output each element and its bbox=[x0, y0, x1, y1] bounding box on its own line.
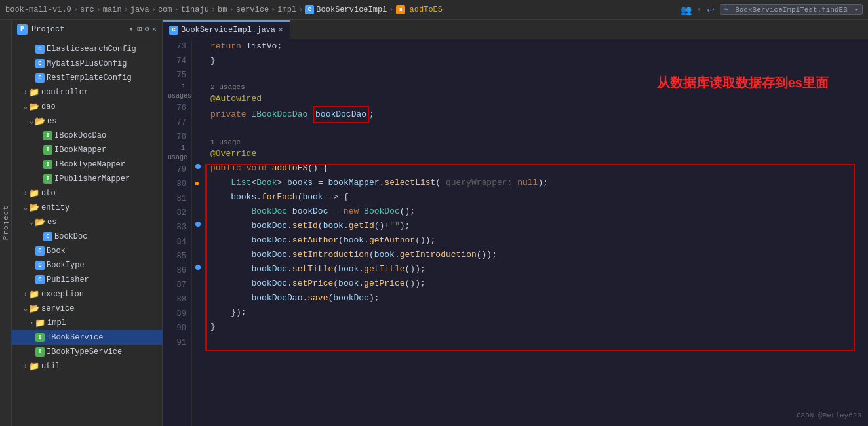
expand-arrow bbox=[24, 291, 28, 298]
sidebar-item-mybatisplusconfig[interactable]: C MybatisPlusConfig bbox=[12, 56, 162, 71]
sidebar-item-es2[interactable]: 📂 es bbox=[12, 215, 162, 229]
sidebar-item-ibooktypeservice[interactable]: I IBookTypeService bbox=[12, 345, 162, 359]
gear-icon[interactable]: ⚙ bbox=[145, 24, 149, 34]
sidebar-item-elasticsearchconfig[interactable]: C ElasticsearchConfig bbox=[12, 42, 162, 56]
collapse-all-icon[interactable]: ⊞ bbox=[137, 24, 142, 34]
people-icon-button[interactable]: 👥 bbox=[681, 5, 692, 15]
tab-label: BookServiceImpl.java bbox=[181, 26, 275, 35]
tree-label: MybatisPlusConfig bbox=[47, 59, 127, 68]
breadcrumb-project[interactable]: book-mall-v1.0 bbox=[5, 5, 71, 14]
tab-close-icon[interactable]: × bbox=[278, 25, 283, 35]
sidebar-header: P Project ▾ ⊞ ⚙ ✕ bbox=[12, 20, 162, 39]
tree-label: util bbox=[41, 362, 60, 371]
sidebar-item-resttemplateconfig[interactable]: C RestTemplateConfig bbox=[12, 71, 162, 85]
breadcrumb-impl[interactable]: impl bbox=[277, 5, 296, 14]
expand-arrow bbox=[24, 89, 28, 96]
code-line-73: return listVo; bbox=[210, 39, 868, 54]
breadcrumb-com[interactable]: com bbox=[158, 5, 172, 14]
gutter-marker-sync bbox=[195, 222, 201, 227]
class-icon-bookserviceimpl: C bbox=[305, 5, 314, 14]
sidebar-item-dao[interactable]: 📂 dao bbox=[12, 100, 162, 114]
interface-i-icon: I bbox=[35, 347, 45, 357]
main-layout: Project P Project ▾ ⊞ ⚙ ✕ C Elasticsearc… bbox=[0, 20, 868, 426]
sidebar-item-ibookmapper[interactable]: I IBookMapper bbox=[12, 143, 162, 157]
code-line-80: public void addToES() { bbox=[210, 161, 868, 176]
sidebar-item-service[interactable]: 📂 service bbox=[12, 301, 162, 316]
sidebar-item-ibooktypemapper[interactable]: I IBookTypeMapper bbox=[12, 157, 162, 172]
tree-label: Publisher bbox=[47, 275, 89, 284]
sidebar-item-entity[interactable]: 📂 entity bbox=[12, 201, 162, 215]
breadcrumb-tinaju[interactable]: tinaju bbox=[181, 5, 209, 14]
folder-icon: 📁 bbox=[29, 87, 39, 98]
java-file-icon: C bbox=[169, 26, 178, 35]
sidebar-item-impl[interactable]: 📁 impl bbox=[12, 316, 162, 330]
breadcrumb-main[interactable]: main bbox=[103, 5, 122, 14]
code-line-87: bookDoc.setTitle(book.getTitle()); bbox=[210, 262, 868, 277]
sidebar-item-ibookdocdao[interactable]: I IBookDocDao bbox=[12, 128, 162, 143]
folder-open-icon: 📂 bbox=[35, 217, 45, 227]
code-line-78 bbox=[210, 123, 868, 138]
sidebar-item-bookdoc[interactable]: C BookDoc bbox=[12, 229, 162, 244]
sidebar-item-dto[interactable]: 📁 dto bbox=[12, 186, 162, 201]
tree-label: dto bbox=[41, 189, 56, 198]
dropdown-arrow[interactable]: ▾ bbox=[129, 25, 134, 33]
folder-open-icon: 📂 bbox=[29, 203, 39, 213]
code-editor[interactable]: 73 74 75 2 usages 76 77 78 1 usage 79 80… bbox=[163, 39, 868, 426]
sidebar-item-exception[interactable]: 📁 exception bbox=[12, 287, 162, 301]
sidebar-item-ibookservice[interactable]: I IBookService bbox=[12, 330, 162, 345]
sidebar-item-es[interactable]: 📂 es bbox=[12, 114, 162, 128]
code-line-74: } bbox=[210, 54, 868, 68]
interface-i-icon: I bbox=[43, 145, 52, 155]
breadcrumb-class[interactable]: BookServiceImpl bbox=[316, 5, 387, 14]
class-c-icon: C bbox=[35, 275, 45, 284]
tree-label: IBookDocDao bbox=[54, 131, 106, 140]
code-line-83: BookDoc bookDoc = new BookDoc(); bbox=[210, 204, 868, 219]
code-line-82: books.forEach(book -> { bbox=[210, 190, 868, 204]
collapse-arrow bbox=[24, 103, 28, 111]
folder-open-icon: 📂 bbox=[29, 303, 39, 314]
interface-i-icon: I bbox=[43, 174, 52, 184]
code-line-89: bookDocDao.save(bookDoc); bbox=[210, 291, 868, 305]
breadcrumb-right: 👥 ▾ ↩ ↪ BookServiceImplTest.findES ▾ bbox=[681, 4, 863, 15]
class-c-icon: C bbox=[35, 261, 45, 270]
code-line-84: bookDoc.setId(book.getId()+""); bbox=[210, 219, 868, 233]
code-line-90: }); bbox=[210, 305, 868, 320]
tree-label: controller bbox=[41, 88, 89, 97]
breadcrumb-service[interactable]: service bbox=[236, 5, 269, 14]
folder-open-icon: 📂 bbox=[35, 116, 45, 126]
gutter-marker-override bbox=[195, 164, 201, 169]
breadcrumb-src[interactable]: src bbox=[80, 5, 94, 14]
code-line-91: } bbox=[210, 320, 868, 334]
sidebar-item-publisher[interactable]: C Publisher bbox=[12, 273, 162, 287]
class-c-icon: C bbox=[35, 59, 45, 68]
sidebar-item-controller[interactable]: 📁 controller bbox=[12, 85, 162, 100]
sidebar-item-util[interactable]: 📁 util bbox=[12, 359, 162, 374]
class-c-icon: C bbox=[35, 73, 45, 83]
code-line-77: private IBookDocDao bookDocDao; bbox=[210, 106, 868, 123]
sidebar-item-book[interactable]: C Book bbox=[12, 244, 162, 258]
back-arrow-button[interactable]: ↩ bbox=[707, 5, 715, 15]
code-content[interactable]: 从数据库读取数据存到es里面 return listVo; } 2 usages bbox=[205, 39, 868, 426]
interface-i-icon: I bbox=[43, 131, 52, 140]
tree-label: es bbox=[47, 117, 56, 126]
code-line-79: @Override bbox=[210, 147, 868, 161]
code-line-86: bookDoc.setIntroduction(book.getIntroduc… bbox=[210, 248, 868, 262]
gutter-marker-sync2 bbox=[195, 265, 201, 270]
line-numbers: 73 74 75 2 usages 76 77 78 1 usage 79 80… bbox=[163, 39, 192, 426]
sidebar-item-booktype[interactable]: C BookType bbox=[12, 258, 162, 273]
folder-icon: 📁 bbox=[29, 289, 39, 300]
sidebar-item-ipublishermapper[interactable]: I IPublisherMapper bbox=[12, 172, 162, 186]
breadcrumb-java[interactable]: java bbox=[130, 5, 149, 14]
editor-tab-bookserviceimpl[interactable]: C BookServiceImpl.java × bbox=[163, 20, 290, 39]
code-line-81: List<Book> books = bookMapper.selectList… bbox=[210, 176, 868, 190]
project-vertical-label[interactable]: Project bbox=[2, 205, 10, 240]
close-icon[interactable]: ✕ bbox=[152, 24, 157, 34]
test-link[interactable]: ↪ BookServiceImplTest.findES ▾ bbox=[720, 4, 863, 15]
tree-label: IBookTypeMapper bbox=[54, 160, 125, 169]
tree-label: es bbox=[47, 218, 56, 227]
tree-label: Book bbox=[47, 246, 66, 256]
editor-area: C BookServiceImpl.java × 73 74 75 2 usag… bbox=[163, 20, 868, 426]
class-c-icon: C bbox=[35, 246, 45, 256]
breadcrumb-method[interactable]: addToES bbox=[410, 5, 443, 14]
breadcrumb-bm[interactable]: bm bbox=[218, 5, 227, 14]
